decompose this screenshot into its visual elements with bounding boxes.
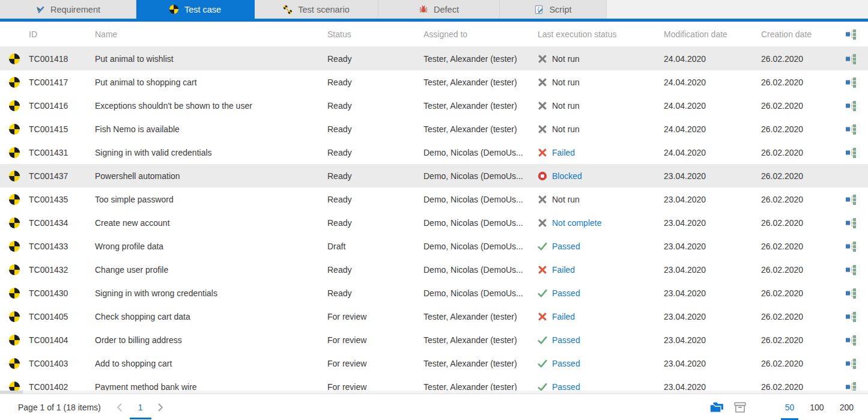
row-modification-date: 23.04.2020 bbox=[664, 234, 761, 258]
hierarchy-icon[interactable] bbox=[845, 241, 857, 252]
prev-page-icon[interactable] bbox=[117, 403, 124, 412]
execution-status-label[interactable]: Blocked bbox=[552, 171, 582, 181]
test-case-icon bbox=[9, 264, 20, 275]
header-status[interactable]: Status bbox=[327, 22, 423, 46]
header-name[interactable]: Name bbox=[95, 22, 327, 46]
hierarchy-icon[interactable] bbox=[845, 264, 857, 275]
row-assigned-to: Tester, Alexander (tester) bbox=[423, 117, 538, 141]
row-assigned-to: Demo, Nicolas (DemoUs... bbox=[423, 141, 538, 164]
row-modification-date: 23.04.2020 bbox=[664, 258, 761, 281]
notrun-icon bbox=[538, 195, 547, 204]
test-case-icon bbox=[9, 100, 20, 111]
row-name: Exceptions shouldn't be shown to the use… bbox=[95, 94, 327, 117]
execution-status-label[interactable]: Passed bbox=[552, 242, 580, 251]
page-size-200[interactable]: 200 bbox=[840, 403, 854, 412]
tab-test-scenario[interactable]: Test scenario bbox=[255, 0, 378, 19]
tab-requirement[interactable]: Requirement bbox=[0, 0, 136, 19]
notrun-icon bbox=[538, 124, 547, 134]
table-row[interactable]: TC001418 Put animal to wishlist Ready Te… bbox=[0, 47, 868, 70]
hierarchy-icon[interactable] bbox=[845, 311, 857, 322]
archive-icon[interactable] bbox=[733, 401, 748, 413]
hierarchy-icon[interactable] bbox=[845, 29, 857, 40]
row-name: Check shopping cart data bbox=[95, 305, 327, 328]
hierarchy-icon[interactable] bbox=[845, 100, 857, 111]
header-id[interactable]: ID bbox=[29, 22, 95, 46]
hierarchy-icon[interactable] bbox=[845, 335, 857, 345]
tab-defect[interactable]: Defect bbox=[378, 0, 500, 19]
passed-icon bbox=[538, 288, 547, 298]
blocked-icon bbox=[538, 171, 547, 181]
hierarchy-icon[interactable] bbox=[845, 358, 857, 369]
hierarchy-icon[interactable] bbox=[845, 124, 857, 135]
page-number[interactable]: 1 bbox=[135, 403, 147, 412]
hierarchy-icon[interactable] bbox=[845, 77, 857, 88]
folder-icon[interactable] bbox=[709, 401, 724, 413]
execution-status-label[interactable]: Failed bbox=[552, 265, 575, 275]
test-case-icon bbox=[9, 171, 20, 181]
table-row[interactable]: TC001434 Create new account Ready Demo, … bbox=[0, 211, 868, 234]
table-row[interactable]: TC001437 Powershell automation Ready Dem… bbox=[0, 164, 868, 187]
row-status: For review bbox=[327, 305, 423, 328]
execution-status-label[interactable]: Failed bbox=[552, 312, 575, 321]
tab-label: Requirement bbox=[50, 5, 100, 14]
row-creation-date: 26.02.2020 bbox=[761, 117, 841, 141]
tab-script[interactable]: { Script bbox=[500, 0, 607, 19]
header-creation-date[interactable]: Creation date bbox=[761, 22, 841, 46]
table-row[interactable]: TC001415 Fish Nemo is available Ready Te… bbox=[0, 117, 868, 141]
next-page-icon[interactable] bbox=[157, 403, 165, 412]
hierarchy-icon[interactable] bbox=[845, 288, 857, 299]
row-assigned-to: Demo, Nicolas (DemoUs... bbox=[423, 187, 538, 211]
table-row[interactable]: TC001405 Check shopping cart data For re… bbox=[0, 305, 868, 328]
test-case-icon bbox=[9, 194, 20, 205]
table-row[interactable]: TC001416 Exceptions shouldn't be shown t… bbox=[0, 94, 868, 117]
row-name: Put animal to wishlist bbox=[95, 47, 327, 70]
tab-test-case[interactable]: Test case bbox=[136, 0, 255, 19]
row-assigned-to: Demo, Nicolas (DemoUs... bbox=[423, 258, 538, 281]
table-row[interactable]: TC001431 Signing in with valid credentia… bbox=[0, 141, 868, 164]
tab-label: Defect bbox=[434, 5, 459, 14]
execution-status-label[interactable]: Failed bbox=[552, 148, 575, 157]
horizontal-scrollbar[interactable] bbox=[0, 391, 868, 394]
row-creation-date: 26.02.2020 bbox=[761, 211, 841, 234]
table-row[interactable]: TC001432 Change user profile Ready Demo,… bbox=[0, 258, 868, 281]
row-status: For review bbox=[327, 352, 423, 375]
notrun-icon bbox=[538, 218, 547, 228]
row-name: Signing in with wrong credentials bbox=[95, 281, 327, 305]
requirement-icon bbox=[35, 5, 45, 14]
table-row[interactable]: TC001417 Put animal to shopping cart Rea… bbox=[0, 70, 868, 94]
header-modification-date[interactable]: Modification date bbox=[664, 22, 761, 46]
row-assigned-to: Demo, Nicolas (DemoUs... bbox=[423, 281, 538, 305]
execution-status-label[interactable]: Passed bbox=[552, 288, 580, 298]
hierarchy-icon[interactable] bbox=[845, 147, 857, 158]
execution-status-label[interactable]: Passed bbox=[552, 359, 580, 368]
row-id: TC001416 bbox=[29, 94, 95, 117]
table-row[interactable]: TC001430 Signing in with wrong credentia… bbox=[0, 281, 868, 305]
execution-status-label[interactable]: Passed bbox=[552, 335, 580, 345]
notrun-icon bbox=[538, 101, 547, 111]
execution-status-label[interactable]: Not complete bbox=[552, 218, 601, 228]
table-row[interactable]: TC001404 Order to billing address For re… bbox=[0, 328, 868, 352]
row-assigned-to: Tester, Alexander (tester) bbox=[423, 352, 538, 375]
header-assigned-to[interactable]: Assigned to bbox=[423, 22, 538, 46]
row-status: Ready bbox=[327, 94, 423, 117]
page-size-100[interactable]: 100 bbox=[810, 403, 824, 412]
hierarchy-icon[interactable] bbox=[845, 194, 857, 205]
scrollbar-thumb[interactable] bbox=[0, 391, 23, 394]
table-row[interactable]: TC001435 Too simple password Ready Demo,… bbox=[0, 187, 868, 211]
row-assigned-to: Tester, Alexander (tester) bbox=[423, 328, 538, 352]
test-case-icon bbox=[9, 218, 20, 228]
hierarchy-icon[interactable] bbox=[845, 53, 857, 64]
row-creation-date: 26.02.2020 bbox=[761, 328, 841, 352]
header-last-execution-status[interactable]: Last execution status bbox=[538, 22, 664, 46]
row-name: Powershell automation bbox=[95, 164, 327, 187]
row-modification-date: 24.04.2020 bbox=[664, 141, 761, 164]
row-modification-date: 24.04.2020 bbox=[664, 94, 761, 117]
table-row[interactable]: TC001403 Add to shopping cart For review… bbox=[0, 352, 868, 375]
table-row[interactable]: TC001433 Wrong profile data Draft Demo, … bbox=[0, 234, 868, 258]
row-assigned-to: Tester, Alexander (tester) bbox=[423, 94, 538, 117]
hierarchy-icon[interactable] bbox=[845, 218, 857, 228]
row-assigned-to: Tester, Alexander (tester) bbox=[423, 70, 538, 94]
row-id: TC001433 bbox=[29, 234, 95, 258]
page-size-50[interactable]: 50 bbox=[785, 403, 795, 412]
row-creation-date: 26.02.2020 bbox=[761, 187, 841, 211]
